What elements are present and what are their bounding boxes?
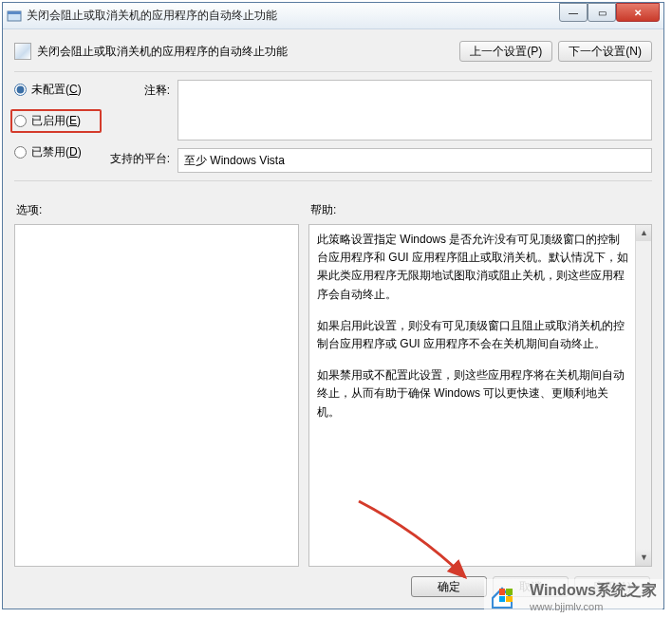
help-column: 帮助: 此策略设置指定 Windows 是否允许没有可见顶级窗口的控制台应用程序… (308, 189, 652, 567)
dialog-content: 关闭会阻止或取消关机的应用程序的自动终止功能 上一个设置(P) 下一个设置(N)… (3, 29, 663, 609)
help-text: 此策略设置指定 Windows 是否允许没有可见顶级窗口的控制台应用程序和 GU… (317, 231, 630, 304)
radio-label: 已禁用(D) (31, 144, 82, 160)
app-icon (7, 9, 22, 24)
dialog-window: 关闭会阻止或取消关机的应用程序的自动终止功能 — ▭ ✕ 关闭会阻止或取消关机的… (2, 2, 664, 609)
close-button[interactable]: ✕ (616, 3, 660, 22)
watermark: Windows系统之家 www.bjjmlv.com (484, 579, 663, 614)
next-setting-button[interactable]: 下一个设置(N) (558, 41, 652, 62)
help-text: 如果禁用或不配置此设置，则这些应用程序将在关机期间自动终止，从而有助于确保 Wi… (317, 366, 630, 421)
divider (14, 180, 652, 181)
scroll-down-icon[interactable]: ▼ (636, 550, 652, 566)
platform-value: 至少 Windows Vista (177, 148, 652, 173)
radio-label: 已启用(E) (31, 113, 81, 129)
windows-logo-icon (499, 589, 513, 602)
help-panel: 此策略设置指定 Windows 是否允许没有可见顶级窗口的控制台应用程序和 GU… (308, 224, 652, 567)
ok-button[interactable]: 确定 (411, 576, 487, 597)
options-panel (14, 224, 299, 567)
radio-not-configured-input[interactable] (14, 84, 27, 96)
platform-label: 支持的平台: (102, 148, 177, 167)
comment-row: 注释: (102, 80, 652, 140)
policy-title: 关闭会阻止或取消关机的应用程序的自动终止功能 (37, 44, 454, 60)
radio-label: 未配置(C) (31, 82, 82, 98)
window-controls: — ▭ ✕ (559, 3, 660, 22)
maximize-button[interactable]: ▭ (588, 3, 616, 22)
radio-enabled[interactable]: 已启用(E) (14, 113, 94, 129)
comment-textarea[interactable] (177, 80, 652, 140)
window-title: 关闭会阻止或取消关机的应用程序的自动终止功能 (27, 8, 559, 24)
platform-row: 支持的平台: 至少 Windows Vista (102, 148, 652, 173)
help-text: 如果启用此设置，则没有可见顶级窗口且阻止或取消关机的控制台应用程序或 GUI 应… (317, 317, 630, 353)
fields-col: 注释: 支持的平台: 至少 Windows Vista (102, 80, 652, 173)
comment-label: 注释: (102, 80, 177, 99)
minimize-button[interactable]: — (559, 3, 588, 22)
scrollbar[interactable]: ▲ ▼ (635, 225, 651, 566)
options-column: 选项: (14, 189, 299, 567)
watermark-text: Windows系统之家 www.bjjmlv.com (530, 581, 657, 612)
options-label: 选项: (16, 202, 299, 218)
policy-icon (14, 43, 31, 60)
prev-setting-button[interactable]: 上一个设置(P) (459, 41, 552, 62)
panels-row: 选项: 帮助: 此策略设置指定 Windows 是否允许没有可见顶级窗口的控制台… (14, 189, 652, 567)
header-row: 关闭会阻止或取消关机的应用程序的自动终止功能 上一个设置(P) 下一个设置(N) (14, 37, 652, 71)
svg-rect-1 (8, 11, 21, 14)
scroll-up-icon[interactable]: ▲ (636, 225, 652, 241)
config-row: 未配置(C) 已启用(E) 已禁用(D) 注释: (14, 80, 652, 173)
divider (14, 71, 652, 72)
titlebar[interactable]: 关闭会阻止或取消关机的应用程序的自动终止功能 — ▭ ✕ (3, 3, 663, 29)
radio-disabled[interactable]: 已禁用(D) (14, 144, 102, 160)
radio-enabled-input[interactable] (14, 115, 27, 127)
radio-disabled-input[interactable] (14, 146, 27, 159)
help-label: 帮助: (310, 202, 652, 218)
radio-not-configured[interactable]: 未配置(C) (14, 82, 102, 98)
highlight-annotation: 已启用(E) (10, 109, 102, 133)
radio-group: 未配置(C) 已启用(E) 已禁用(D) (14, 80, 102, 173)
